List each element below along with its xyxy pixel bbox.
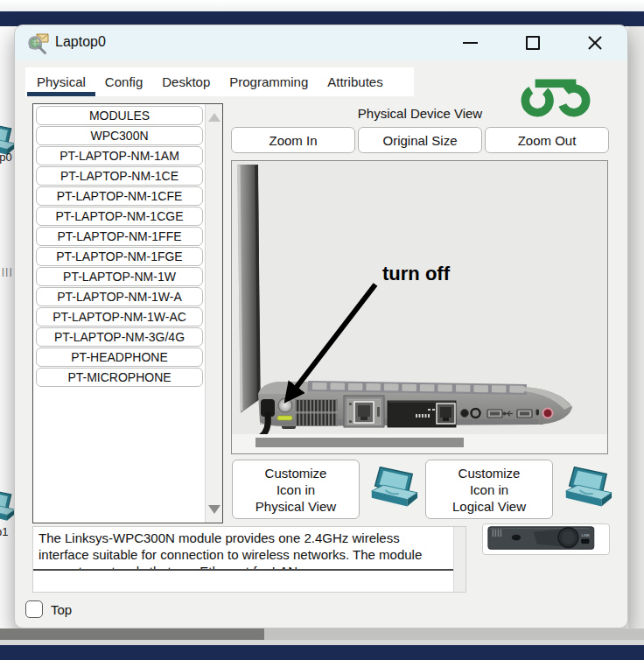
description-scrollbar[interactable] [453, 527, 466, 592]
scroll-up-icon[interactable] [208, 113, 220, 122]
background-device-label: p1 [0, 525, 8, 538]
module-item[interactable]: PT-LAPTOP-NM-1W [36, 267, 203, 286]
audio-jack [461, 410, 469, 418]
packet-tracer-icon [27, 32, 50, 54]
customize-line: Customize [458, 465, 521, 481]
power-led [277, 416, 292, 420]
minimize-button[interactable] [457, 30, 483, 56]
device-dialog: Laptop0 Physical Config Desktop Programm… [14, 25, 628, 628]
active-tab-underline [27, 92, 95, 96]
maximize-button[interactable] [520, 30, 546, 56]
module-item[interactable]: WPC300N [36, 126, 203, 145]
microphone-icon [536, 410, 540, 416]
tab-attributes[interactable]: Attributes [318, 67, 392, 96]
module-item[interactable]: PT-LAPTOP-NM-1FGE [36, 247, 203, 266]
module-list-header: MODULES [36, 106, 203, 125]
top-checkbox[interactable] [25, 600, 43, 618]
module-item[interactable]: PT-LAPTOP-NM-1W-A [36, 287, 203, 306]
background-device-label: op0 [0, 151, 12, 164]
card-link-label: LINK [582, 533, 591, 537]
background-port-marks: ||| [2, 266, 13, 277]
wpc300n-card-image[interactable]: LINK [482, 523, 610, 555]
original-size-button[interactable]: Original Size [358, 127, 482, 153]
module-list-scrollbar[interactable] [205, 104, 222, 523]
window-scrollbar-thumb[interactable] [0, 628, 264, 640]
module-item[interactable]: PT-LAPTOP-NM-1FFE [36, 227, 203, 246]
tab-programming[interactable]: Programming [220, 67, 318, 96]
close-button[interactable] [582, 30, 608, 56]
top-checkbox-label: Top [51, 602, 72, 617]
maximize-icon [526, 36, 540, 50]
minimize-icon [463, 42, 478, 44]
laptop-logical-icon [558, 462, 614, 516]
title-bar[interactable]: Laptop0 [15, 25, 627, 60]
customize-line: Icon in [276, 481, 315, 498]
zoom-controls: Zoom In Original Size Zoom Out [231, 127, 609, 153]
customize-line: Physical View [256, 498, 336, 515]
module-bay [344, 396, 384, 427]
view-scrollbar-thumb[interactable] [256, 438, 464, 447]
zoom-in-button[interactable]: Zoom In [231, 127, 355, 153]
module-items: MODULES WPC300N PT-LAPTOP-NM-1AM PT-LAPT… [33, 104, 206, 389]
desktop-top-strip [0, 0, 644, 11]
scroll-down-icon[interactable] [208, 505, 220, 514]
bottom-navy-bar [0, 645, 644, 660]
module-list: MODULES WPC300N PT-LAPTOP-NM-1AM PT-LAPT… [32, 103, 223, 523]
module-item[interactable]: PT-LAPTOP-NM-1CGE [36, 207, 203, 226]
customize-line: Logical View [452, 498, 526, 515]
tab-desktop[interactable]: Desktop [152, 67, 220, 96]
laptop-side-image [232, 161, 607, 453]
module-item[interactable]: PT-LAPTOP-NM-1CFE [36, 186, 203, 206]
module-item[interactable]: PT-HEADPHONE [36, 348, 203, 367]
card-link-led [582, 539, 590, 544]
module-item[interactable]: PT-LAPTOP-NM-1CE [36, 166, 203, 186]
module-item[interactable]: PT-LAPTOP-NM-1AM [36, 146, 203, 165]
laptop-physical-icon [364, 462, 420, 516]
module-item[interactable]: PT-MICROPHONE [36, 368, 203, 387]
physical-device-view-title: Physical Device View [231, 106, 609, 121]
customize-logical-view-button[interactable]: Customize Icon in Logical View [425, 460, 553, 519]
audio-in-jack [543, 409, 553, 418]
physical-device-view: turn off [231, 160, 608, 454]
module-description-text: The Linksys-WPC300N module provides one … [33, 527, 453, 571]
vent-grille [295, 399, 338, 426]
laptop-power-button[interactable] [277, 398, 292, 420]
tab-config[interactable]: Config [95, 67, 152, 96]
module-item[interactable]: PT-LAPTOP-NM-1W-AC [36, 307, 203, 326]
workspace-right [628, 26, 644, 645]
close-icon [587, 35, 603, 51]
wireless-card-slot [388, 401, 456, 427]
window-scrollbar-track[interactable] [0, 628, 644, 640]
turn-off-annotation: turn off [382, 263, 450, 285]
customize-line: Icon in [470, 481, 508, 498]
module-description-box: The Linksys-WPC300N module provides one … [32, 526, 466, 593]
window-title: Laptop0 [55, 34, 106, 50]
customize-line: Customize [265, 465, 327, 481]
customize-physical-view-button[interactable]: Customize Icon in Physical View [232, 460, 360, 519]
module-item[interactable]: PT-LAPTOP-NM-3G/4G [36, 327, 203, 347]
zoom-out-button[interactable]: Zoom Out [485, 127, 609, 153]
